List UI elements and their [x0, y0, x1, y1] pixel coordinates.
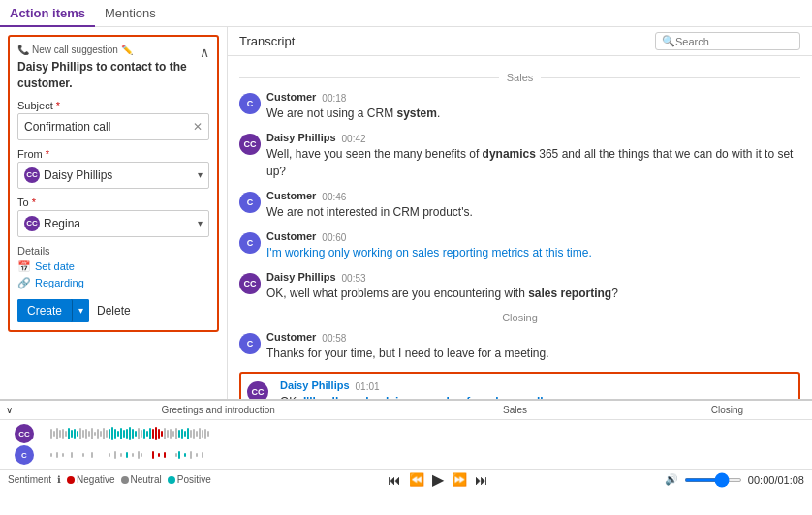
msg-text-2: We are not interested in CRM product's. [266, 203, 800, 221]
msg-time-0: 00:18 [322, 93, 346, 104]
positive-dot [168, 476, 175, 484]
svg-rect-71 [175, 453, 177, 457]
subject-input-wrapper[interactable]: Confirmation call ✕ [17, 113, 209, 140]
tab-action-items[interactable]: Action items [0, 0, 95, 27]
collapse-button[interactable]: ∧ [200, 45, 209, 60]
svg-rect-14 [91, 428, 93, 439]
svg-rect-9 [77, 431, 78, 437]
svg-rect-11 [82, 430, 84, 438]
set-date-link[interactable]: 📅 Set date [17, 260, 209, 273]
create-dropdown-button[interactable]: ▾ [73, 299, 89, 322]
regarding-link[interactable]: 🔗 Regarding [17, 277, 209, 289]
action-buttons: Create ▾ Delete [17, 299, 209, 322]
msg-sender-3: Customer [266, 230, 316, 242]
svg-rect-8 [74, 429, 76, 439]
info-icon: ℹ [57, 474, 61, 485]
from-chevron-icon[interactable]: ▾ [198, 169, 203, 180]
svg-rect-32 [143, 429, 145, 439]
msg-time-2: 00:46 [322, 192, 346, 202]
svg-rect-44 [178, 430, 180, 438]
from-input-wrapper[interactable]: CC Daisy Phillips ▾ [17, 162, 209, 189]
svg-rect-68 [152, 451, 154, 459]
left-panel: 📞 New call suggestion ✏️ Daisy Phillips … [0, 27, 228, 399]
positive-indicator: Positive [168, 474, 211, 485]
msg-sender-6: Daisy Phillips [280, 379, 350, 391]
subject-clear-button[interactable]: ✕ [193, 120, 203, 134]
from-label: From * [17, 148, 209, 160]
msg-meta-2: C [239, 190, 261, 213]
skip-back-start-button[interactable]: ⏮ [388, 472, 401, 488]
play-button[interactable]: ▶ [432, 470, 444, 489]
wave-bars-cc [48, 425, 812, 442]
svg-rect-21 [111, 427, 113, 440]
search-input[interactable] [675, 36, 782, 47]
msg-content-4: Daisy Phillips 00:53 OK, well what probl… [266, 271, 800, 302]
svg-rect-15 [94, 432, 96, 436]
msg-content-6: Daisy Phillips 01:01 OK. I'll call you b… [280, 379, 793, 399]
create-button[interactable]: Create [17, 299, 73, 322]
svg-rect-29 [135, 431, 137, 437]
seg-label-0: Greetings and introduction [48, 405, 388, 415]
message-6-highlighted: CC Daisy Phillips 01:01 OK. I'll call yo… [239, 372, 800, 399]
avatar-4: CC [239, 273, 261, 294]
msg-text-1: Well, have you seen the many benefits of… [266, 145, 800, 180]
svg-rect-73 [184, 453, 186, 457]
fast-forward-button[interactable]: ⏩ [452, 472, 467, 487]
msg-meta-6: CC [247, 379, 268, 399]
svg-rect-50 [196, 431, 198, 437]
time-display: 00:00/01:08 [748, 474, 804, 486]
message-5: C Customer 00:58 Thanks for your time, b… [239, 331, 800, 362]
svg-rect-27 [129, 427, 131, 440]
from-group: From * CC Daisy Phillips ▾ [17, 148, 209, 189]
svg-rect-26 [126, 429, 128, 439]
from-avatar: CC [24, 167, 40, 183]
msg-text-3: I'm working only working on sales report… [266, 244, 800, 261]
details-label: Details [17, 245, 209, 257]
svg-rect-65 [132, 453, 134, 457]
msg-meta-4: CC [239, 271, 261, 294]
svg-rect-64 [126, 452, 128, 458]
message-0: C Customer 00:18 We are not using a CRM … [239, 91, 800, 122]
chevron-down-icon[interactable]: ∨ [6, 405, 13, 415]
right-panel: Transcript 🔍 Sales C Customer [228, 27, 812, 399]
to-input-wrapper[interactable]: CC Regina ▾ [17, 210, 209, 237]
msg-meta-3: C [239, 230, 261, 254]
transcript-area: Sales C Customer 00:18 We are not using … [228, 56, 812, 399]
svg-rect-57 [62, 453, 64, 457]
wave-row-c: C [0, 445, 812, 465]
from-value: Daisy Phillips [44, 168, 112, 182]
svg-rect-60 [91, 452, 93, 458]
svg-rect-72 [178, 451, 180, 459]
svg-rect-1 [53, 431, 55, 437]
svg-rect-23 [117, 431, 119, 437]
volume-icon: 🔊 [665, 473, 678, 486]
msg-time-4: 00:53 [342, 273, 366, 284]
volume-slider[interactable] [684, 478, 742, 482]
to-chevron-icon[interactable]: ▾ [198, 218, 203, 228]
svg-rect-74 [190, 451, 192, 459]
svg-rect-19 [106, 430, 108, 438]
msg-header-5: Customer 00:58 [266, 331, 800, 345]
edit-icon[interactable]: ✏️ [121, 45, 133, 55]
delete-button[interactable]: Delete [97, 304, 131, 318]
svg-rect-18 [103, 428, 105, 439]
search-box[interactable]: 🔍 [655, 32, 800, 50]
avatar-0: C [239, 93, 261, 114]
tab-mentions[interactable]: Mentions [95, 0, 166, 27]
msg-time-3: 00:60 [322, 232, 346, 243]
msg-header-0: Customer 00:18 [266, 91, 800, 105]
seg-label-2: Closing [642, 405, 812, 415]
svg-rect-56 [56, 452, 58, 458]
link-icon: 🔗 [17, 277, 31, 289]
svg-rect-30 [138, 428, 140, 439]
svg-rect-53 [204, 429, 206, 439]
msg-sender-4: Daisy Phillips [266, 271, 336, 283]
msg-meta-1: CC [239, 132, 261, 155]
svg-rect-69 [158, 453, 160, 457]
collapse-area[interactable]: ∨ [0, 405, 48, 415]
to-value: Regina [44, 217, 80, 230]
skip-forward-end-button[interactable]: ⏭ [475, 472, 488, 488]
rewind-button[interactable]: ⏪ [409, 472, 424, 487]
phone-icon: 📞 [17, 45, 29, 55]
create-button-group[interactable]: Create ▾ [17, 299, 89, 322]
